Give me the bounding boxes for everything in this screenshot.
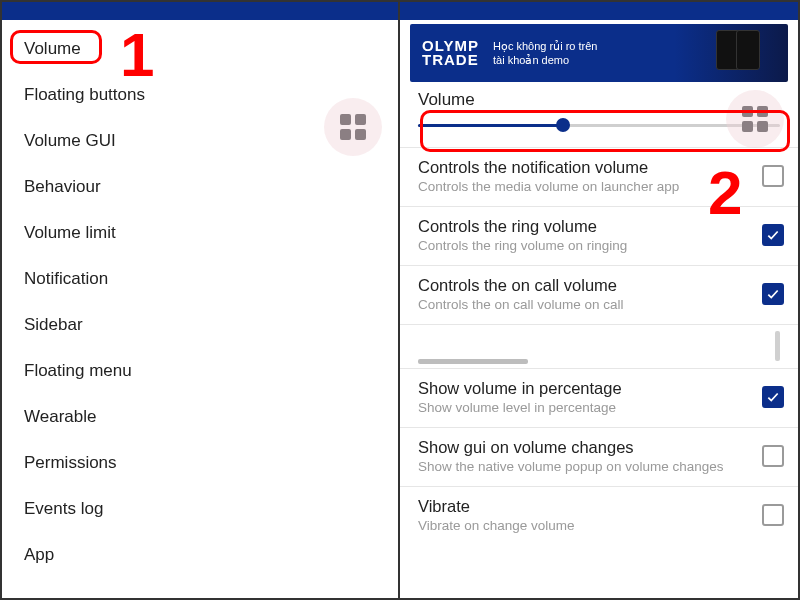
setting-show-percentage[interactable]: Show volume in percentage Show volume le…: [400, 368, 798, 427]
ad-banner[interactable]: OLYMP TRADE Học không rủi ro trên tài kh…: [410, 24, 788, 82]
setting-title: Controls the ring volume: [418, 217, 754, 236]
right-screenshot: OLYMP TRADE Học không rủi ro trên tài kh…: [400, 2, 798, 598]
menu-item-volume[interactable]: Volume: [2, 26, 398, 72]
checkbox[interactable]: [762, 283, 784, 305]
scroll-gap: [400, 324, 798, 368]
checkbox[interactable]: [762, 504, 784, 526]
setting-title: Controls the on call volume: [418, 276, 754, 295]
setting-subtitle: Vibrate on change volume: [418, 518, 754, 533]
grid-icon: [742, 106, 768, 132]
menu-item-wearable[interactable]: Wearable: [2, 394, 398, 440]
floating-action-button[interactable]: [726, 90, 784, 148]
slider-fill: [418, 124, 563, 127]
setting-subtitle: Show volume level in percentage: [418, 400, 754, 415]
menu-item-floating-menu[interactable]: Floating menu: [2, 348, 398, 394]
setting-title: Controls the notification volume: [418, 158, 754, 177]
checkbox[interactable]: [762, 165, 784, 187]
app-frame: Volume Floating buttons Volume GUI Behav…: [0, 0, 800, 600]
checkbox[interactable]: [762, 386, 784, 408]
status-bar: [400, 2, 798, 20]
grid-icon: [340, 114, 366, 140]
menu-item-volume-limit[interactable]: Volume limit: [2, 210, 398, 256]
status-bar: [2, 2, 398, 20]
menu-item-events-log[interactable]: Events log: [2, 486, 398, 532]
setting-subtitle: Controls the ring volume on ringing: [418, 238, 754, 253]
checkbox[interactable]: [762, 445, 784, 467]
setting-ring-volume[interactable]: Controls the ring volume Controls the ri…: [400, 206, 798, 265]
setting-vibrate[interactable]: Vibrate Vibrate on change volume: [400, 486, 798, 545]
setting-on-call-volume[interactable]: Controls the on call volume Controls the…: [400, 265, 798, 324]
setting-subtitle: Controls the media volume on launcher ap…: [418, 179, 754, 194]
menu-item-notification[interactable]: Notification: [2, 256, 398, 302]
setting-title: Vibrate: [418, 497, 754, 516]
setting-notification-volume[interactable]: Controls the notification volume Control…: [400, 147, 798, 206]
horizontal-scrollbar[interactable]: [418, 359, 528, 364]
setting-show-gui[interactable]: Show gui on volume changes Show the nati…: [400, 427, 798, 486]
menu-item-permissions[interactable]: Permissions: [2, 440, 398, 486]
floating-action-button[interactable]: [324, 98, 382, 156]
vertical-scrollbar[interactable]: [775, 331, 780, 361]
setting-title: Show gui on volume changes: [418, 438, 754, 457]
setting-title: Show volume in percentage: [418, 379, 754, 398]
checkbox[interactable]: [762, 224, 784, 246]
setting-subtitle: Controls the on call volume on call: [418, 297, 754, 312]
menu-item-behaviour[interactable]: Behaviour: [2, 164, 398, 210]
left-screenshot: Volume Floating buttons Volume GUI Behav…: [2, 2, 400, 598]
menu-item-sidebar[interactable]: Sidebar: [2, 302, 398, 348]
volume-settings-panel: Volume Controls the notification volume …: [400, 84, 798, 598]
menu-item-app[interactable]: App: [2, 532, 398, 578]
setting-subtitle: Show the native volume popup on volume c…: [418, 459, 754, 474]
ad-text: Học không rủi ro trên tài khoản demo: [493, 39, 597, 67]
phone-icon: [720, 30, 780, 76]
slider-thumb[interactable]: [556, 118, 570, 132]
ad-logo: OLYMP TRADE: [422, 39, 479, 67]
